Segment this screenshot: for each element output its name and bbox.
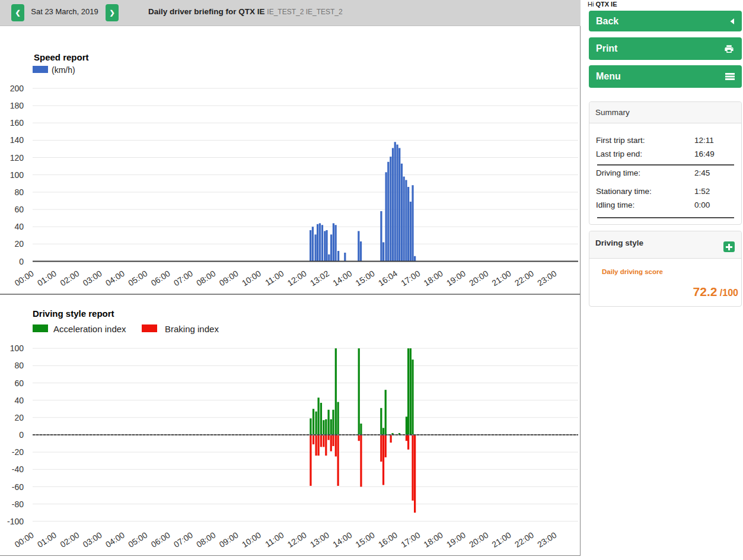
- svg-text:06:00: 06:00: [149, 530, 172, 549]
- svg-text:80: 80: [14, 361, 24, 370]
- svg-text:16:00: 16:00: [377, 530, 399, 549]
- svg-text:160: 160: [10, 118, 24, 128]
- svg-text:11:00: 11:00: [263, 269, 285, 288]
- svg-text:100: 100: [10, 170, 24, 180]
- svg-text:0: 0: [19, 430, 24, 440]
- svg-text:23:00: 23:00: [535, 530, 558, 549]
- svg-text:15:00: 15:00: [354, 530, 377, 549]
- svg-text:03:00: 03:00: [81, 269, 104, 288]
- svg-text:13:00: 13:00: [308, 530, 331, 549]
- svg-text:60: 60: [14, 205, 24, 214]
- svg-text:100: 100: [10, 343, 24, 353]
- svg-text:22:00: 22:00: [513, 269, 535, 288]
- svg-text:21:00: 21:00: [490, 530, 513, 549]
- svg-text:-40: -40: [12, 464, 24, 474]
- svg-text:20:00: 20:00: [467, 530, 490, 549]
- svg-text:20:00: 20:00: [467, 269, 490, 288]
- svg-text:07:00: 07:00: [172, 269, 194, 288]
- svg-text:80: 80: [14, 187, 24, 197]
- svg-text:09:00: 09:00: [218, 269, 240, 288]
- svg-text:-60: -60: [12, 482, 24, 492]
- svg-text:02:00: 02:00: [58, 530, 81, 549]
- svg-text:12:00: 12:00: [286, 530, 308, 549]
- svg-text:12:00: 12:00: [286, 269, 308, 288]
- svg-text:17:00: 17:00: [399, 530, 422, 549]
- svg-text:120: 120: [10, 153, 24, 163]
- svg-text:10:00: 10:00: [240, 269, 263, 288]
- svg-text:-100: -100: [7, 517, 24, 526]
- svg-text:40: 40: [14, 396, 24, 405]
- svg-text:13:02: 13:02: [308, 269, 331, 288]
- svg-text:0: 0: [19, 257, 24, 266]
- svg-text:00:00: 00:00: [13, 530, 36, 549]
- svg-text:05:00: 05:00: [126, 530, 149, 549]
- svg-text:18:00: 18:00: [422, 269, 445, 288]
- svg-text:20: 20: [14, 413, 24, 422]
- svg-text:01:00: 01:00: [36, 269, 58, 288]
- svg-text:140: 140: [10, 135, 24, 145]
- svg-text:40: 40: [14, 222, 24, 231]
- svg-text:04:00: 04:00: [104, 530, 126, 549]
- svg-text:16:04: 16:04: [377, 269, 399, 288]
- svg-text:06:00: 06:00: [149, 269, 172, 288]
- svg-text:-20: -20: [12, 447, 24, 457]
- svg-text:07:00: 07:00: [172, 530, 194, 549]
- svg-text:08:00: 08:00: [194, 269, 217, 288]
- svg-text:60: 60: [14, 378, 24, 388]
- svg-text:10:00: 10:00: [240, 530, 263, 549]
- svg-text:23:00: 23:00: [535, 269, 558, 288]
- svg-text:22:00: 22:00: [513, 530, 535, 549]
- svg-text:180: 180: [10, 101, 24, 110]
- svg-text:02:00: 02:00: [58, 269, 81, 288]
- svg-text:01:00: 01:00: [36, 530, 58, 549]
- svg-text:18:00: 18:00: [422, 530, 445, 549]
- svg-text:03:00: 03:00: [81, 530, 104, 549]
- svg-text:19:00: 19:00: [445, 530, 467, 549]
- svg-text:-80: -80: [12, 499, 24, 509]
- svg-text:05:00: 05:00: [126, 269, 149, 288]
- svg-text:20: 20: [14, 239, 24, 249]
- svg-text:00:00: 00:00: [13, 269, 36, 288]
- svg-text:14:00: 14:00: [331, 269, 353, 288]
- svg-text:15:00: 15:00: [354, 269, 377, 288]
- svg-text:200: 200: [10, 84, 24, 93]
- svg-text:09:00: 09:00: [218, 530, 240, 549]
- svg-text:17:00: 17:00: [399, 269, 422, 288]
- svg-text:19:00: 19:00: [445, 269, 467, 288]
- svg-text:08:00: 08:00: [194, 530, 217, 549]
- svg-text:11:00: 11:00: [263, 530, 285, 549]
- svg-text:14:00: 14:00: [331, 530, 353, 549]
- svg-text:04:00: 04:00: [104, 269, 126, 288]
- svg-text:21:00: 21:00: [490, 269, 513, 288]
